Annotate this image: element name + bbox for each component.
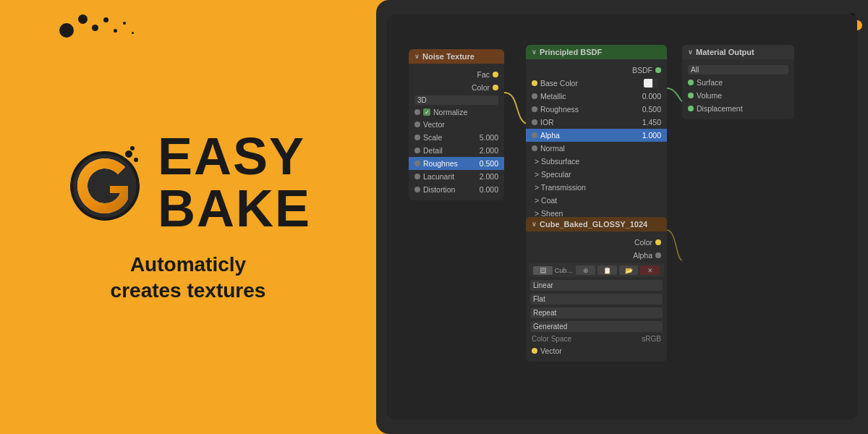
bsdf-ior-dot — [532, 119, 537, 125]
material-output-select[interactable]: All Cycles EEVEE — [688, 65, 788, 75]
material-output-node: ∨ Material Output All Cycles EEVEE — [682, 45, 794, 119]
noise-normalize-label: Normalize — [433, 108, 467, 116]
decor-dot-6 — [123, 22, 126, 25]
img-repeat-select[interactable]: Repeat Extend Clip Mirror — [530, 307, 663, 318]
material-output-body: All Cycles EEVEE Surface — [682, 59, 794, 119]
decor-dot-5 — [114, 29, 117, 33]
material-displacement-label: Displacement — [697, 104, 743, 113]
svg-point-6 — [130, 146, 135, 150]
noise-fac-label: Fac — [477, 70, 490, 79]
noise-detail-value: 2.000 — [480, 146, 498, 155]
node-editor: ∨ Noise Texture Fac — [387, 14, 857, 420]
bsdf-base-color-row: Base Color — [526, 77, 667, 90]
material-output-dropdown-row: All Cycles EEVEE — [682, 64, 794, 76]
svg-point-4 — [125, 150, 132, 158]
left-panel: G G EASY — [0, 0, 376, 434]
img-vector-row: Vector — [526, 344, 667, 357]
decor-dot-7 — [132, 32, 134, 34]
img-unlink-btn[interactable]: ✕ — [640, 265, 660, 275]
material-volume-row: Volume — [682, 89, 794, 102]
decor-dot-1 — [59, 23, 74, 38]
noise-fac-dot — [493, 72, 498, 77]
img-open-btn[interactable]: 📂 — [619, 265, 639, 275]
img-preview-icon: 🖼 — [533, 266, 553, 275]
svg-point-5 — [134, 158, 138, 162]
bsdf-metallic-label: Metallic — [540, 92, 566, 101]
bsdf-ior-value: 1.450 — [642, 118, 661, 127]
material-volume-label: Volume — [697, 91, 722, 100]
bsdf-alpha-value: 1.000 — [642, 131, 661, 140]
noise-lacunarity-label: Lacunarit — [423, 172, 454, 181]
bsdf-specular-label: > Specular — [535, 170, 571, 179]
noise-vector-label: Vector — [423, 120, 445, 129]
noise-detail-row: Detail 2.000 — [409, 144, 504, 157]
bsdf-specular-row: > Specular — [526, 168, 667, 181]
noise-roughness-row: Roughnes 0.500 — [409, 157, 504, 170]
material-surface-label: Surface — [697, 78, 723, 87]
img-linear-row: Linear Closest Cubic — [526, 278, 667, 292]
noise-lacunarity-row: Lacunarit 2.000 — [409, 170, 504, 183]
bsdf-output-label: BSDF — [632, 66, 652, 75]
img-browse-btn[interactable]: ⊕ — [576, 265, 595, 275]
bsdf-alpha-label: Alpha — [540, 131, 560, 140]
img-filename: Cube_Baked_Gl... — [555, 267, 574, 274]
img-new-btn[interactable]: 📋 — [597, 265, 617, 275]
bsdf-output-row: BSDF — [526, 64, 667, 77]
bsdf-roughness-dot — [532, 106, 537, 112]
noise-dimension-select[interactable]: 3D 4D — [414, 95, 498, 105]
noise-distortion-value: 0.000 — [480, 185, 498, 194]
noise-vector-dot — [414, 122, 420, 127]
brand-line1: EASY — [158, 130, 311, 182]
noise-roughness-value: 0.500 — [480, 159, 498, 168]
noise-scale-row: Scale 5.000 — [409, 131, 504, 144]
noise-lacunarity-dot — [414, 174, 420, 179]
img-color-row: Color — [526, 236, 667, 249]
bsdf-transmission-row: > Transmission — [526, 181, 667, 194]
noise-normalize-dot — [414, 109, 420, 115]
noise-fac-row: Fac — [409, 68, 504, 81]
img-alpha-row: Alpha — [526, 249, 667, 262]
material-displacement-dot — [688, 106, 694, 111]
img-linear-select[interactable]: Linear Closest Cubic — [530, 280, 663, 291]
noise-color-label: Color — [472, 83, 490, 92]
node-editor-container: ∨ Noise Texture Fac — [387, 14, 857, 420]
noise-detail-label: Detail — [423, 146, 443, 155]
bsdf-normal-label: Normal — [540, 144, 565, 153]
bsdf-normal-dot — [532, 145, 537, 151]
img-colorspace-row: Color Space sRGB — [526, 333, 667, 344]
img-color-label: Color — [634, 238, 652, 247]
right-panel: ∨ Noise Texture Fac — [376, 0, 868, 434]
noise-texture-node: ∨ Noise Texture Fac — [409, 49, 504, 200]
bsdf-ior-row: IOR 1.450 — [526, 116, 667, 129]
bsdf-alpha-row: Alpha 1.000 — [526, 129, 667, 142]
noise-roughness-label: Roughnes — [423, 159, 458, 168]
img-flat-select[interactable]: Flat Box Sphere — [530, 294, 663, 305]
noise-detail-dot — [414, 148, 420, 153]
noise-scale-value: 5.000 — [480, 133, 498, 142]
decor-dot-3 — [92, 25, 98, 31]
logo-area: G G EASY — [65, 130, 311, 234]
material-volume-dot — [688, 93, 694, 98]
principled-bsdf-node: ∨ Principled BSDF BSDF — [526, 45, 667, 237]
bsdf-output-dot — [655, 67, 661, 73]
noise-normalize-checkbox[interactable]: ✓ — [423, 109, 430, 116]
tagline: Automaticlycreates textures — [111, 252, 266, 305]
material-output-title: Material Output — [696, 48, 754, 56]
noise-texture-title: Noise Texture — [422, 52, 475, 61]
material-displacement-row: Displacement — [682, 102, 794, 115]
img-repeat-row: Repeat Extend Clip Mirror — [526, 306, 667, 320]
noise-normalize-row: ✓ Normalize — [409, 106, 504, 118]
img-texture-title: Cube_Baked_GLOSSY_1024 — [540, 220, 647, 229]
bsdf-alpha-dot — [532, 132, 537, 138]
logo-icon: G G — [65, 142, 145, 222]
img-generated-select[interactable]: Generated UV Camera — [530, 321, 663, 332]
bsdf-base-color-dot — [532, 80, 537, 86]
noise-scale-dot — [414, 135, 420, 140]
bsdf-coat-label: > Coat — [535, 196, 557, 205]
img-color-dot — [655, 239, 661, 245]
bsdf-roughness-label: Roughness — [540, 105, 579, 114]
img-colorspace-label: Color Space — [532, 335, 571, 343]
img-colorspace-value: sRGB — [642, 335, 661, 343]
bsdf-coat-row: > Coat — [526, 194, 667, 207]
material-output-header: ∨ Material Output — [682, 45, 794, 59]
